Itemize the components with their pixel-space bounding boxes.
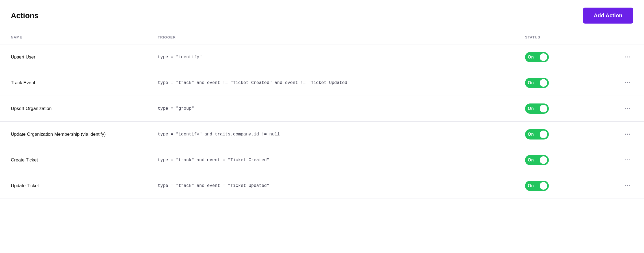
actions-table: NAME TRIGGER STATUS Upsert User type = "… bbox=[0, 30, 644, 199]
row-actions: ··· bbox=[612, 78, 633, 87]
row-status: On bbox=[525, 103, 612, 114]
row-name: Upsert User bbox=[11, 54, 158, 60]
more-options-button[interactable]: ··· bbox=[622, 78, 633, 87]
table-row: Upsert User type = "identify" On ··· bbox=[0, 44, 644, 70]
row-actions: ··· bbox=[612, 181, 633, 190]
status-toggle[interactable]: On bbox=[525, 181, 549, 191]
row-name: Create Ticket bbox=[11, 157, 158, 163]
more-options-button[interactable]: ··· bbox=[622, 181, 633, 190]
page-container: Actions Add Action NAME TRIGGER STATUS U… bbox=[0, 0, 644, 253]
row-trigger: type = "group" bbox=[158, 106, 525, 111]
toggle-circle bbox=[540, 53, 547, 61]
page-header: Actions Add Action bbox=[0, 0, 644, 30]
toggle-circle bbox=[540, 131, 547, 138]
page-title: Actions bbox=[11, 11, 39, 20]
col-header-actions bbox=[612, 35, 633, 39]
row-actions: ··· bbox=[612, 53, 633, 62]
table-row: Upsert Organization type = "group" On ··… bbox=[0, 96, 644, 122]
col-header-trigger: TRIGGER bbox=[158, 35, 525, 39]
toggle-circle bbox=[540, 79, 547, 87]
row-actions: ··· bbox=[612, 155, 633, 165]
table-row: Update Organization Membership (via iden… bbox=[0, 122, 644, 147]
toggle-circle bbox=[540, 182, 547, 190]
row-name: Track Event bbox=[11, 80, 158, 86]
row-trigger: type = "identify" and traits.company.id … bbox=[158, 132, 525, 137]
table-row: Track Event type = "track" and event != … bbox=[0, 70, 644, 96]
more-options-button[interactable]: ··· bbox=[622, 155, 633, 165]
toggle-label: On bbox=[528, 183, 534, 188]
table-row: Create Ticket type = "track" and event =… bbox=[0, 147, 644, 173]
row-status: On bbox=[525, 52, 612, 62]
add-action-button[interactable]: Add Action bbox=[583, 8, 633, 24]
table-rows: Upsert User type = "identify" On ··· Tra… bbox=[0, 44, 644, 199]
toggle-circle bbox=[540, 156, 547, 164]
col-header-status: STATUS bbox=[525, 35, 612, 39]
row-actions: ··· bbox=[612, 130, 633, 139]
row-trigger: type = "track" and event != "Ticket Crea… bbox=[158, 80, 525, 85]
more-options-button[interactable]: ··· bbox=[622, 53, 633, 62]
status-toggle[interactable]: On bbox=[525, 155, 549, 165]
row-status: On bbox=[525, 78, 612, 88]
row-status: On bbox=[525, 129, 612, 140]
toggle-label: On bbox=[528, 158, 534, 163]
toggle-label: On bbox=[528, 55, 534, 60]
table-row: Update Ticket type = "track" and event =… bbox=[0, 173, 644, 199]
table-header-row: NAME TRIGGER STATUS bbox=[0, 30, 644, 44]
status-toggle[interactable]: On bbox=[525, 78, 549, 88]
row-actions: ··· bbox=[612, 104, 633, 113]
row-trigger: type = "track" and event = "Ticket Updat… bbox=[158, 183, 525, 188]
status-toggle[interactable]: On bbox=[525, 103, 549, 114]
status-toggle[interactable]: On bbox=[525, 129, 549, 140]
row-name: Upsert Organization bbox=[11, 106, 158, 111]
row-trigger: type = "track" and event = "Ticket Creat… bbox=[158, 158, 525, 163]
col-header-name: NAME bbox=[11, 35, 158, 39]
more-options-button[interactable]: ··· bbox=[622, 130, 633, 139]
row-trigger: type = "identify" bbox=[158, 55, 525, 60]
toggle-label: On bbox=[528, 132, 534, 137]
row-status: On bbox=[525, 155, 612, 165]
toggle-label: On bbox=[528, 80, 534, 85]
more-options-button[interactable]: ··· bbox=[622, 104, 633, 113]
row-name: Update Organization Membership (via iden… bbox=[11, 132, 158, 137]
toggle-label: On bbox=[528, 106, 534, 111]
row-status: On bbox=[525, 181, 612, 191]
toggle-circle bbox=[540, 105, 547, 112]
status-toggle[interactable]: On bbox=[525, 52, 549, 62]
row-name: Update Ticket bbox=[11, 183, 158, 189]
